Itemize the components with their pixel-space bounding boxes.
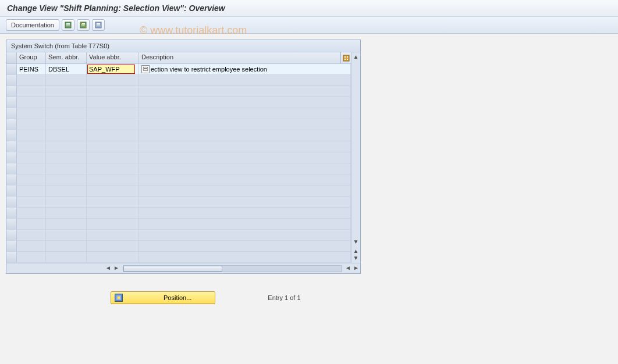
row-selector[interactable] <box>6 208 17 218</box>
table-config-button[interactable] <box>340 52 351 63</box>
column-header-val[interactable]: Value abbr. <box>87 52 139 63</box>
table-row[interactable] <box>6 252 351 263</box>
column-header-sem[interactable]: Sem. abbr. <box>46 52 87 63</box>
svg-rect-2 <box>66 24 70 25</box>
table-row[interactable] <box>6 197 351 208</box>
cell-desc: ection view to restrict employee selecti… <box>139 64 351 74</box>
table-row[interactable] <box>6 185 351 197</box>
position-icon <box>115 294 123 302</box>
row-selector[interactable] <box>6 64 17 74</box>
table-config-icon <box>343 55 350 62</box>
table-header-row: Group Sem. abbr. Value abbr. Description <box>6 52 351 64</box>
row-selector[interactable] <box>6 241 17 251</box>
scroll-right-icon[interactable]: ► <box>112 265 120 273</box>
hscroll-track[interactable] <box>123 265 342 272</box>
row-selector[interactable] <box>6 130 17 141</box>
svg-rect-10 <box>97 23 100 24</box>
table-row[interactable] <box>6 163 351 174</box>
svg-rect-16 <box>344 59 346 60</box>
svg-rect-17 <box>347 59 348 60</box>
search-help-icon[interactable] <box>141 65 150 73</box>
row-selector-header[interactable] <box>6 52 17 63</box>
scroll-up-icon[interactable]: ▲ <box>353 53 360 60</box>
row-selector[interactable] <box>6 197 17 207</box>
row-selector[interactable] <box>6 252 17 262</box>
cell-val[interactable] <box>87 64 139 74</box>
row-selector[interactable] <box>6 141 17 152</box>
scroll-up2-icon[interactable]: ▲ <box>353 248 360 255</box>
row-selector[interactable] <box>6 230 17 240</box>
cell-group: PEINS <box>17 64 46 74</box>
table-row[interactable]: PEINS DBSEL ection view to restrict empl… <box>6 64 351 75</box>
svg-rect-3 <box>66 26 70 26</box>
column-header-desc[interactable]: Description <box>139 52 340 63</box>
table-body: PEINS DBSEL ection view to restrict empl… <box>6 64 351 263</box>
table-row[interactable] <box>6 230 351 241</box>
svg-rect-21 <box>118 297 120 299</box>
value-abbr-input[interactable] <box>87 65 135 74</box>
row-selector[interactable] <box>6 174 17 185</box>
hscroll-thumb[interactable] <box>123 266 222 272</box>
table-row[interactable] <box>6 97 351 108</box>
horizontal-scrollbar[interactable]: ◄ ► ◄ ► <box>6 263 360 273</box>
row-selector[interactable] <box>6 152 17 163</box>
deselect-all-button[interactable] <box>77 19 90 31</box>
row-selector[interactable] <box>6 185 17 196</box>
svg-rect-1 <box>66 23 70 24</box>
row-selector[interactable] <box>6 86 17 97</box>
svg-rect-14 <box>344 56 346 58</box>
scroll-left-icon[interactable]: ◄ <box>104 265 112 273</box>
table-row[interactable] <box>6 86 351 97</box>
application-toolbar: Documentation <box>0 17 618 34</box>
grid-settings-icon <box>95 22 102 28</box>
desc-text: ection view to restrict employee selecti… <box>151 66 267 73</box>
panel-header: System Switch (from Table T77S0) <box>6 40 360 52</box>
table-panel: System Switch (from Table T77S0) Group S… <box>6 40 361 274</box>
table-row[interactable] <box>6 130 351 141</box>
select-all-button[interactable] <box>62 19 74 31</box>
svg-rect-19 <box>144 68 147 69</box>
table-row[interactable] <box>6 174 351 185</box>
scroll-down2-icon[interactable]: ▼ <box>353 255 360 262</box>
scroll-left2-icon[interactable]: ◄ <box>344 265 352 273</box>
table-row[interactable] <box>6 152 351 163</box>
cell-sem: DBSEL <box>46 64 87 74</box>
table-row[interactable] <box>6 141 351 152</box>
table-row[interactable] <box>6 219 351 230</box>
svg-rect-12 <box>97 26 100 26</box>
row-selector[interactable] <box>6 219 17 229</box>
row-selector[interactable] <box>6 97 17 108</box>
grid-select-icon <box>65 22 72 28</box>
table-row[interactable] <box>6 108 351 119</box>
vertical-scrollbar[interactable]: ▲ ▼ ▲ ▼ <box>351 52 360 263</box>
scroll-right2-icon[interactable]: ► <box>352 265 360 273</box>
documentation-button[interactable]: Documentation <box>6 19 59 31</box>
grid-deselect-icon <box>80 22 87 28</box>
row-selector[interactable] <box>6 108 17 119</box>
row-selector[interactable] <box>6 119 17 130</box>
svg-rect-15 <box>347 56 348 58</box>
scroll-down-icon[interactable]: ▼ <box>353 238 360 245</box>
svg-rect-13 <box>343 55 349 61</box>
page-title: Change View "Shift Planning: Selection V… <box>0 0 618 17</box>
row-selector[interactable] <box>6 163 17 174</box>
table-settings-button[interactable] <box>92 19 105 31</box>
column-header-group[interactable]: Group <box>17 52 46 63</box>
entry-counter: Entry 1 of 1 <box>268 294 300 301</box>
table-row[interactable] <box>6 208 351 219</box>
row-selector[interactable] <box>6 75 17 85</box>
table-row[interactable] <box>6 119 351 130</box>
position-label: Position... <box>164 294 191 301</box>
position-button[interactable]: Position... <box>111 291 215 304</box>
table-row[interactable] <box>6 75 351 86</box>
svg-rect-11 <box>97 24 100 25</box>
table-row[interactable] <box>6 241 351 252</box>
